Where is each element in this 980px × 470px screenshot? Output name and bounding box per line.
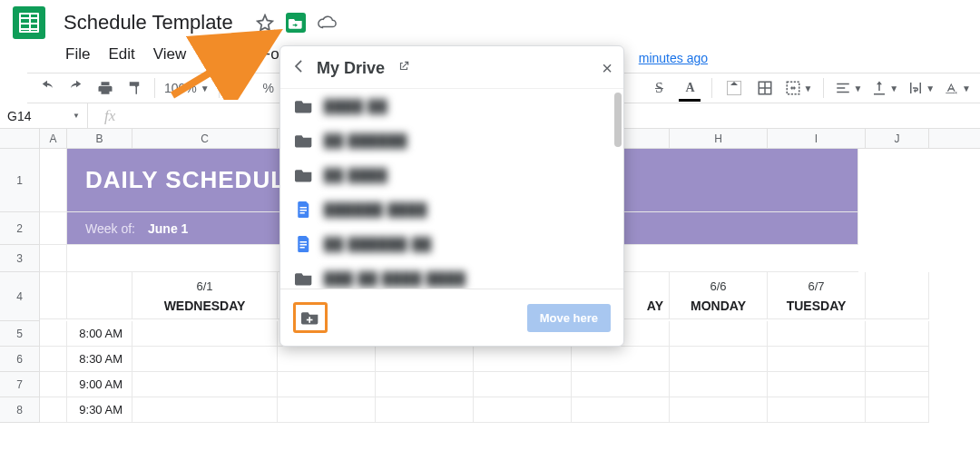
select-all-corner[interactable]	[0, 129, 40, 148]
list-item[interactable]: ██ ██████	[280, 123, 623, 158]
time-cell[interactable]: 8:00 AM	[67, 321, 132, 347]
back-button[interactable]	[289, 57, 308, 79]
menu-file[interactable]: File	[65, 45, 90, 67]
move-to-folder-icon[interactable]	[286, 13, 306, 33]
text-color-button[interactable]: A	[679, 77, 701, 99]
paint-format-button[interactable]	[123, 77, 145, 99]
row-header[interactable]: 8	[0, 397, 40, 423]
v-align-button[interactable]: ▼	[871, 77, 898, 99]
cloud-saved-icon[interactable]	[317, 13, 337, 33]
svg-rect-2	[300, 212, 305, 214]
text-rotation-button[interactable]: ▼	[944, 77, 971, 99]
list-item[interactable]: ██████ ████	[280, 192, 623, 227]
time-cell[interactable]: 9:30 AM	[67, 397, 132, 423]
row-header[interactable]: 1	[0, 149, 40, 212]
list-item[interactable]: ██ ████	[280, 158, 623, 192]
strikethrough-button[interactable]: S	[648, 77, 670, 99]
day-header: 6/7TUESDAY	[768, 272, 866, 319]
print-button[interactable]	[94, 77, 116, 99]
menu-view[interactable]: View	[153, 45, 187, 67]
undo-button[interactable]	[36, 77, 58, 99]
svg-rect-1	[300, 210, 308, 211]
col-header[interactable]: J	[866, 129, 929, 148]
col-header[interactable]: I	[768, 129, 866, 148]
time-cell[interactable]: 9:00 AM	[67, 372, 132, 397]
list-item[interactable]: ██ ██████ ██	[280, 227, 623, 261]
last-edit-link[interactable]: minutes ago	[639, 51, 708, 65]
open-in-new-icon[interactable]	[394, 60, 410, 76]
redo-button[interactable]	[65, 77, 87, 99]
list-item[interactable]: ███ ██ ████ ████	[280, 261, 623, 289]
new-folder-button[interactable]	[293, 302, 328, 333]
svg-rect-7	[307, 319, 313, 321]
svg-rect-5	[300, 247, 305, 249]
format-percent-button[interactable]: %	[258, 77, 279, 99]
h-align-button[interactable]: ▼	[835, 77, 862, 99]
menu-insert[interactable]: Insert	[204, 45, 243, 67]
document-title[interactable]: Schedule Template	[64, 11, 233, 34]
svg-rect-3	[300, 241, 308, 243]
text-wrap-button[interactable]: ▼	[907, 77, 935, 99]
row-header[interactable]: 5	[0, 321, 40, 347]
zoom-dropdown[interactable]: 100%▼	[164, 81, 210, 95]
menu-bar: File Edit View Insert Fo	[65, 45, 279, 67]
row-header[interactable]: 3	[0, 245, 40, 272]
borders-button[interactable]	[754, 77, 776, 99]
row-header[interactable]: 4	[0, 272, 40, 321]
fill-color-button[interactable]	[723, 77, 745, 99]
format-currency-button[interactable]: $	[229, 77, 250, 99]
col-header[interactable]: H	[670, 129, 768, 148]
row-header[interactable]: 7	[0, 372, 40, 397]
col-header[interactable]: B	[67, 129, 132, 148]
name-box[interactable]: G14▼	[0, 109, 87, 123]
day-header: 6/6MONDAY	[670, 272, 768, 319]
scrollbar-thumb[interactable]	[614, 93, 622, 147]
col-header[interactable]: A	[40, 129, 67, 148]
menu-edit[interactable]: Edit	[108, 45, 134, 67]
drive-folder-list[interactable]: ████ ██ ██ ██████ ██ ████ ██████ ████ ██…	[280, 88, 623, 289]
star-icon[interactable]	[255, 13, 275, 33]
menu-format[interactable]: Fo	[261, 45, 279, 67]
formula-bar-fx-icon: fx	[104, 107, 115, 125]
col-header[interactable]: C	[132, 129, 278, 148]
close-button[interactable]: ×	[602, 58, 612, 79]
list-item[interactable]: ████ ██	[280, 89, 623, 123]
move-file-dialog: My Drive × ████ ██ ██ ██████ ██ ████ ███…	[279, 45, 624, 347]
merge-cells-button[interactable]: ▼	[785, 77, 812, 99]
svg-rect-0	[300, 207, 308, 209]
move-here-button[interactable]: Move here	[527, 304, 611, 332]
row-header[interactable]: 2	[0, 212, 40, 245]
day-header: 6/1WEDNESDAY	[132, 272, 278, 319]
row-header[interactable]: 6	[0, 347, 40, 372]
svg-rect-4	[300, 244, 308, 246]
dialog-title: My Drive	[317, 59, 385, 78]
sheets-app-icon[interactable]	[13, 6, 45, 39]
time-cell[interactable]: 8:30 AM	[67, 347, 132, 372]
